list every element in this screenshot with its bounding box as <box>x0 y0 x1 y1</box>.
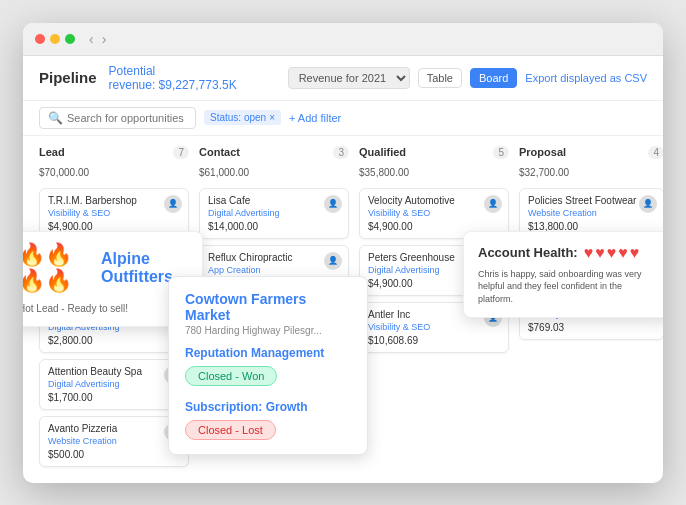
contact-col-title: Contact <box>199 146 240 158</box>
pipeline-title: Pipeline <box>39 69 97 86</box>
proposal-col-count: 4 <box>648 146 663 159</box>
board-view-button[interactable]: Board <box>470 68 517 88</box>
health-text: Chris is happy, said onboarding was very… <box>478 268 658 306</box>
maximize-dot[interactable] <box>65 34 75 44</box>
close-dot[interactable] <box>35 34 45 44</box>
card-subtitle: Digital Advertising <box>48 379 180 389</box>
status-lost-badge: Closed - Lost <box>185 420 276 440</box>
qualified-col-title: Qualified <box>359 146 406 158</box>
search-input[interactable] <box>67 112 187 124</box>
card-subtitle: Visibility & SEO <box>48 208 180 218</box>
cowtown-section2-title: Subscription: Growth <box>185 400 351 414</box>
fire-icon: 🔥🔥🔥🔥 <box>23 242 93 294</box>
proposal-col-total: $32,700.00 <box>519 167 663 178</box>
minimize-dot[interactable] <box>50 34 60 44</box>
app-content: Pipeline Potential revenue: $9,227,773.5… <box>23 56 663 483</box>
cowtown-card[interactable]: Cowtown Farmers Market 780 Harding Highw… <box>168 276 368 455</box>
table-row[interactable]: 👤 Avanto Pizzeria Website Creation $500.… <box>39 416 189 467</box>
card-title: Avanto Pizzeria <box>48 423 180 434</box>
board-area: 🔥🔥🔥🔥 Alpine Outfitters Hot Lead - Ready … <box>23 136 663 483</box>
filter-bar: 🔍 Status: open × + Add filter <box>23 101 663 136</box>
card-amount: $4,900.00 <box>48 221 180 232</box>
account-health-tooltip: Account Health: ♥ ♥ ♥ ♥ ♥ Chris is happy… <box>463 231 663 319</box>
forward-button[interactable]: › <box>100 31 109 47</box>
card-subtitle: Visibility & SEO <box>368 208 500 218</box>
table-view-button[interactable]: Table <box>418 68 462 88</box>
lead-col-header: Lead 7 <box>39 146 189 159</box>
proposal-col-header: Proposal 4 <box>519 146 663 159</box>
card-amount: $1,700.00 <box>48 392 180 403</box>
status-badge: Status: open × <box>204 110 281 125</box>
card-subtitle: Website Creation <box>528 208 655 218</box>
card-title: Lisa Cafe <box>208 195 340 206</box>
avatar: 👤 <box>324 195 342 213</box>
card-title: Reflux Chiropractic <box>208 252 340 263</box>
card-title: T.R.I.M. Barbershop <box>48 195 180 206</box>
revenue-select[interactable]: Revenue for 2021 <box>288 67 410 89</box>
back-button[interactable]: ‹ <box>87 31 96 47</box>
proposal-col-title: Proposal <box>519 146 566 158</box>
table-row[interactable]: 👤 Attention Beauty Spa Digital Advertisi… <box>39 359 189 410</box>
heart-1: ♥ <box>584 244 594 262</box>
card-subtitle: Website Creation <box>48 436 180 446</box>
heart-4: ♥ <box>618 244 628 262</box>
hearts: ♥ ♥ ♥ ♥ ♥ <box>584 244 640 262</box>
card-amount: $4,900.00 <box>368 221 500 232</box>
card-subtitle: App Creation <box>208 265 340 275</box>
cowtown-section1-title: Reputation Management <box>185 346 351 360</box>
potential-revenue: Potential revenue: $9,227,773.5K <box>109 64 276 92</box>
cowtown-address: 780 Harding Highway Pilesgr... <box>185 325 351 336</box>
card-amount: $13,800.00 <box>528 221 655 232</box>
browser-dots <box>35 34 75 44</box>
alpine-tooltip-header: 🔥🔥🔥🔥 Alpine Outfitters <box>23 242 188 294</box>
health-header: Account Health: ♥ ♥ ♥ ♥ ♥ <box>478 244 658 262</box>
avatar: 👤 <box>484 195 502 213</box>
avatar: 👤 <box>164 195 182 213</box>
card-amount: $769.03 <box>528 322 655 333</box>
top-bar-right: Revenue for 2021 Table Board Export disp… <box>288 67 647 89</box>
card-amount: $10,608.69 <box>368 335 500 346</box>
browser-nav: ‹ › <box>87 31 108 47</box>
browser-titlebar: ‹ › <box>23 23 663 56</box>
search-icon: 🔍 <box>48 111 63 125</box>
status-won-badge: Closed - Won <box>185 366 277 386</box>
health-title: Account Health: <box>478 245 578 260</box>
card-subtitle: Digital Advertising <box>208 208 340 218</box>
card-title: Velocity Automotive <box>368 195 500 206</box>
qualified-col-count: 5 <box>493 146 509 159</box>
search-box: 🔍 <box>39 107 196 129</box>
heart-3: ♥ <box>607 244 617 262</box>
lead-col-count: 7 <box>173 146 189 159</box>
lead-col-total: $70,000.00 <box>39 167 189 178</box>
table-row[interactable]: 👤 Lisa Cafe Digital Advertising $14,000.… <box>199 188 349 239</box>
qualified-col-header: Qualified 5 <box>359 146 509 159</box>
card-amount: $2,800.00 <box>48 335 180 346</box>
card-title: Policies Street Footwear <box>528 195 655 206</box>
avatar: 👤 <box>639 195 657 213</box>
card-amount: $14,000.00 <box>208 221 340 232</box>
browser-window: ‹ › Pipeline Potential revenue: $9,227,7… <box>23 23 663 483</box>
top-bar: Pipeline Potential revenue: $9,227,773.5… <box>23 56 663 101</box>
avatar: 👤 <box>324 252 342 270</box>
card-amount: $500.00 <box>48 449 180 460</box>
contact-col-count: 3 <box>333 146 349 159</box>
heart-5: ♥ <box>630 244 640 262</box>
heart-2: ♥ <box>595 244 605 262</box>
contact-col-header: Contact 3 <box>199 146 349 159</box>
qualified-col-total: $35,800.00 <box>359 167 509 178</box>
contact-col-total: $61,000.00 <box>199 167 349 178</box>
card-subtitle: Visibility & SEO <box>368 322 500 332</box>
cowtown-title: Cowtown Farmers Market <box>185 291 351 323</box>
export-link[interactable]: Export displayed as CSV <box>525 72 647 84</box>
status-close-icon[interactable]: × <box>269 112 275 123</box>
add-filter-button[interactable]: + Add filter <box>289 112 341 124</box>
alpine-subtitle: Hot Lead - Ready to sell! <box>23 303 128 314</box>
card-title: Attention Beauty Spa <box>48 366 180 377</box>
lead-col-title: Lead <box>39 146 65 158</box>
